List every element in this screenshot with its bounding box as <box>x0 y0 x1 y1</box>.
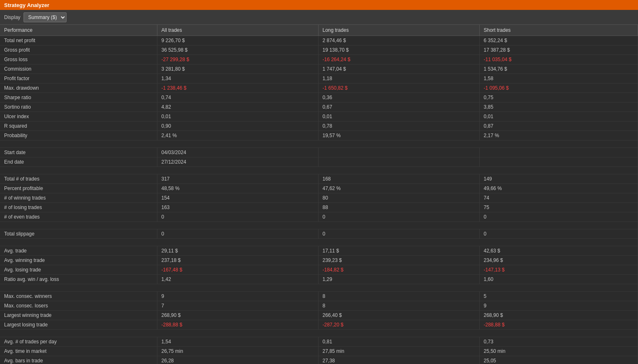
row-label: Max. consec. losers <box>0 301 157 311</box>
row-long: 27,85 min <box>318 347 479 356</box>
table-row: Total # of trades317168149 <box>0 174 638 184</box>
spacer-row <box>0 330 638 337</box>
table-row: Avg. losing trade-167,48 $-184,82 $-147,… <box>0 265 638 275</box>
toolbar: Display Summary ($) <box>0 10 638 25</box>
table-row: Max. consec. winners985 <box>0 292 638 301</box>
table-row: Avg. trade29,11 $17,11 $42,63 $ <box>0 246 638 256</box>
row-all: -167,48 $ <box>157 265 318 275</box>
row-long: 168 <box>318 174 479 184</box>
row-label: Avg. # of trades per day <box>0 337 157 347</box>
row-all: 26,28 <box>157 356 318 364</box>
row-long: -287,20 $ <box>318 320 479 330</box>
row-label: # of losing trades <box>0 203 157 212</box>
row-label: Max. drawdown <box>0 83 157 93</box>
row-short: 74 <box>479 193 638 203</box>
row-all: -27 299,28 $ <box>157 55 318 64</box>
row-long: 0 <box>318 229 479 239</box>
row-short: 0,75 <box>479 93 638 102</box>
row-label: Ratio avg. win / avg. loss <box>0 275 157 284</box>
row-long: 1,18 <box>318 74 479 83</box>
table-row: Max. drawdown-1 238,46 $-1 650,82 $-1 09… <box>0 83 638 93</box>
row-all: -1 238,46 $ <box>157 83 318 93</box>
display-label: Display <box>4 14 20 20</box>
row-long: 1,29 <box>318 275 479 284</box>
table-row: Sharpe ratio0,740,360,75 <box>0 93 638 102</box>
col-short-trades: Short trades <box>479 25 638 36</box>
row-all: 9 <box>157 292 318 301</box>
row-all: 317 <box>157 174 318 184</box>
row-short <box>479 148 638 157</box>
row-long <box>318 157 479 167</box>
summary-select[interactable]: Summary ($) <box>24 12 67 22</box>
row-all: 0,01 <box>157 112 318 121</box>
row-label: End date <box>0 157 157 167</box>
row-all: 36 525,98 $ <box>157 45 318 55</box>
row-short: 25,05 <box>479 356 638 364</box>
table-header-row: Performance All trades Long trades Short… <box>0 25 638 36</box>
row-label: Largest winning trade <box>0 311 157 320</box>
row-short: 6 352,24 $ <box>479 36 638 45</box>
table-row: Ratio avg. win / avg. loss1,421,291,60 <box>0 275 638 284</box>
row-label: Commission <box>0 64 157 74</box>
table-row: # of winning trades1548074 <box>0 193 638 203</box>
row-short: 17 387,28 $ <box>479 45 638 55</box>
row-short: 49,66 % <box>479 184 638 193</box>
row-short: 42,63 $ <box>479 246 638 256</box>
table-row: Probability2,41 %19,57 %2,17 % <box>0 131 638 140</box>
spacer-row <box>0 239 638 246</box>
row-all: 0 <box>157 212 318 222</box>
spacer-row <box>0 284 638 292</box>
spacer-row <box>0 140 638 148</box>
row-short: 0,73 <box>479 337 638 347</box>
row-short: 5 <box>479 292 638 301</box>
row-long: 27,38 <box>318 356 479 364</box>
row-short: 1 534,76 $ <box>479 64 638 74</box>
row-all: 26,75 min <box>157 347 318 356</box>
row-short: -147,13 $ <box>479 265 638 275</box>
row-all: 3 281,80 $ <box>157 64 318 74</box>
row-short: 2,17 % <box>479 131 638 140</box>
row-long: 8 <box>318 292 479 301</box>
table-row: Max. consec. losers789 <box>0 301 638 311</box>
table-row: Commission3 281,80 $1 747,04 $1 534,76 $ <box>0 64 638 74</box>
row-label: Profit factor <box>0 74 157 83</box>
row-all: 154 <box>157 193 318 203</box>
row-short <box>479 157 638 167</box>
table-row: # of even trades000 <box>0 212 638 222</box>
row-short: -288,88 $ <box>479 320 638 330</box>
table-row: # of losing trades1638875 <box>0 203 638 212</box>
row-long: 266,40 $ <box>318 311 479 320</box>
row-short: 149 <box>479 174 638 184</box>
row-label: Total slippage <box>0 229 157 239</box>
row-all: 0,74 <box>157 93 318 102</box>
table-row: Total net profit9 226,70 $2 874,46 $6 35… <box>0 36 638 45</box>
row-label: # of winning trades <box>0 193 157 203</box>
row-long: 19,57 % <box>318 131 479 140</box>
row-label: Avg. trade <box>0 246 157 256</box>
table-row: Avg. bars in trade26,2827,3825,05 <box>0 356 638 364</box>
row-long: 0 <box>318 212 479 222</box>
row-long: 17,11 $ <box>318 246 479 256</box>
row-long: -16 264,24 $ <box>318 55 479 64</box>
row-long: 239,23 $ <box>318 256 479 265</box>
row-short: -11 035,04 $ <box>479 55 638 64</box>
row-short: 234,96 $ <box>479 256 638 265</box>
row-label: Gross loss <box>0 55 157 64</box>
row-all: 0 <box>157 229 318 239</box>
row-long: 19 138,70 $ <box>318 45 479 55</box>
row-label: Sharpe ratio <box>0 93 157 102</box>
title-bar: Strategy Analyzer <box>0 0 638 10</box>
table-row: Gross profit36 525,98 $19 138,70 $17 387… <box>0 45 638 55</box>
row-label: Largest losing trade <box>0 320 157 330</box>
row-long <box>318 148 479 157</box>
row-all: 268,90 $ <box>157 311 318 320</box>
row-short: 1,58 <box>479 74 638 83</box>
row-label: Percent profitable <box>0 184 157 193</box>
row-label: Avg. time in market <box>0 347 157 356</box>
col-all-trades: All trades <box>157 25 318 36</box>
row-long: 0,36 <box>318 93 479 102</box>
table-container: Performance All trades Long trades Short… <box>0 25 638 364</box>
row-all: 48,58 % <box>157 184 318 193</box>
row-all: 237,18 $ <box>157 256 318 265</box>
row-all: 163 <box>157 203 318 212</box>
